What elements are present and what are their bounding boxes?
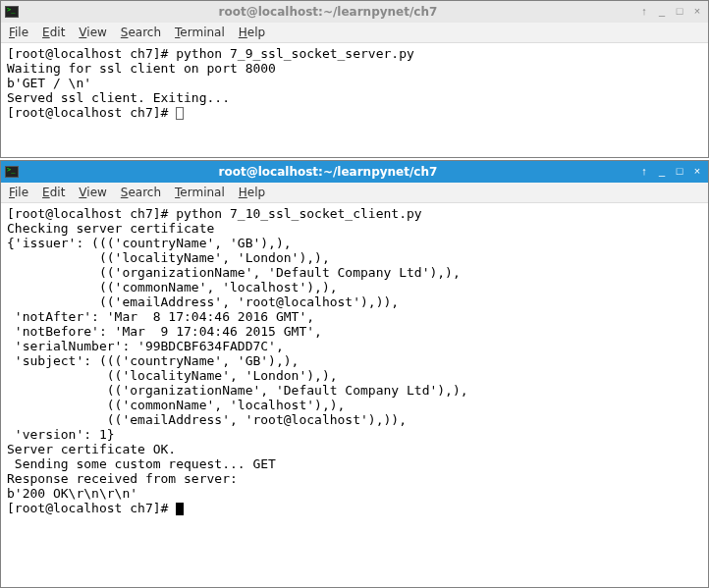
window-title: root@localhost:~/learnpynet/ch7 xyxy=(23,165,633,179)
titlebar[interactable]: root@localhost:~/learnpynet/ch7 ↑ _ □ × xyxy=(1,1,708,23)
minimize-button[interactable]: _ xyxy=(655,5,669,19)
terminal-window-1: root@localhost:~/learnpynet/ch7 ↑ _ □ × … xyxy=(0,0,709,158)
output-line: Checking server certificate xyxy=(7,221,214,236)
output-line: 'version': 1} xyxy=(7,427,115,442)
output-line: (('emailAddress', 'root@localhost'),)), xyxy=(7,412,407,427)
menu-file[interactable]: File xyxy=(9,26,28,39)
menu-view[interactable]: View xyxy=(79,26,106,39)
terminal-icon xyxy=(5,166,19,178)
maximize-button[interactable]: □ xyxy=(673,165,686,179)
output-line: 'notAfter': 'Mar 8 17:04:46 2016 GMT', xyxy=(7,309,314,324)
menu-edit[interactable]: Edit xyxy=(42,26,65,39)
menu-help[interactable]: Help xyxy=(239,26,265,39)
titlebar[interactable]: root@localhost:~/learnpynet/ch7 ↑ _ □ × xyxy=(1,161,708,183)
menu-search[interactable]: Search xyxy=(121,186,161,199)
output-line: (('commonName', 'localhost'),), xyxy=(7,280,338,294)
menu-view[interactable]: View xyxy=(79,186,106,199)
cursor-icon xyxy=(176,107,184,120)
terminal-window-2: root@localhost:~/learnpynet/ch7 ↑ _ □ × … xyxy=(0,160,709,588)
window-title: root@localhost:~/learnpynet/ch7 xyxy=(23,5,633,19)
output-line: (('organizationName', 'Default Company L… xyxy=(7,265,461,280)
output-line: Sending some custom request... GET xyxy=(7,456,276,471)
output-line: b'GET / \n' xyxy=(7,76,91,90)
maximize-button[interactable]: □ xyxy=(673,5,686,19)
output-line: Response received from server: xyxy=(7,471,238,486)
arrow-up-icon[interactable]: ↑ xyxy=(637,5,651,19)
terminal-icon xyxy=(5,6,19,18)
output-line: (('localityName', 'London'),), xyxy=(7,368,338,383)
output-line: Server certificate OK. xyxy=(7,442,176,456)
menubar: File Edit View Search Terminal Help xyxy=(1,183,708,203)
prompt: [root@localhost ch7]# xyxy=(7,105,176,120)
cursor-icon xyxy=(176,503,184,515)
output-line: (('commonName', 'localhost'),), xyxy=(7,398,345,412)
menubar: File Edit View Search Terminal Help xyxy=(1,23,708,43)
arrow-up-icon[interactable]: ↑ xyxy=(637,165,651,179)
close-button[interactable]: × xyxy=(690,5,704,19)
menu-help[interactable]: Help xyxy=(239,186,265,199)
menu-search[interactable]: Search xyxy=(121,26,161,39)
output-line: Waiting for ssl client on port 8000 xyxy=(7,61,276,76)
output-line: 'serialNumber': '99BDCBF634FADD7C', xyxy=(7,339,284,353)
output-line: (('emailAddress', 'root@localhost'),)), xyxy=(7,294,399,309)
output-line: (('organizationName', 'Default Company L… xyxy=(7,383,468,398)
output-line: b'200 OK\r\n\r\n' xyxy=(7,486,137,501)
output-line: Served ssl client. Exiting... xyxy=(7,90,230,105)
output-line: {'issuer': ((('countryName', 'GB'),), xyxy=(7,236,292,250)
command-text: python 7_10_ssl_socket_client.py xyxy=(176,206,421,221)
close-button[interactable]: × xyxy=(690,165,704,179)
prompt: [root@localhost ch7]# xyxy=(7,501,176,515)
terminal-output[interactable]: [root@localhost ch7]# python 7_9_ssl_soc… xyxy=(1,43,708,157)
prompt: [root@localhost ch7]# xyxy=(7,46,176,61)
prompt: [root@localhost ch7]# xyxy=(7,206,176,221)
menu-edit[interactable]: Edit xyxy=(42,186,65,199)
output-line: 'notBefore': 'Mar 9 17:04:46 2015 GMT', xyxy=(7,324,322,339)
menu-terminal[interactable]: Terminal xyxy=(175,186,225,199)
minimize-button[interactable]: _ xyxy=(655,165,669,179)
output-line: 'subject': ((('countryName', 'GB'),), xyxy=(7,353,299,368)
command-text: python 7_9_ssl_socket_server.py xyxy=(176,46,414,61)
terminal-output[interactable]: [root@localhost ch7]# python 7_10_ssl_so… xyxy=(1,203,708,587)
menu-terminal[interactable]: Terminal xyxy=(175,26,225,39)
output-line: (('localityName', 'London'),), xyxy=(7,250,330,265)
menu-file[interactable]: File xyxy=(9,186,28,199)
